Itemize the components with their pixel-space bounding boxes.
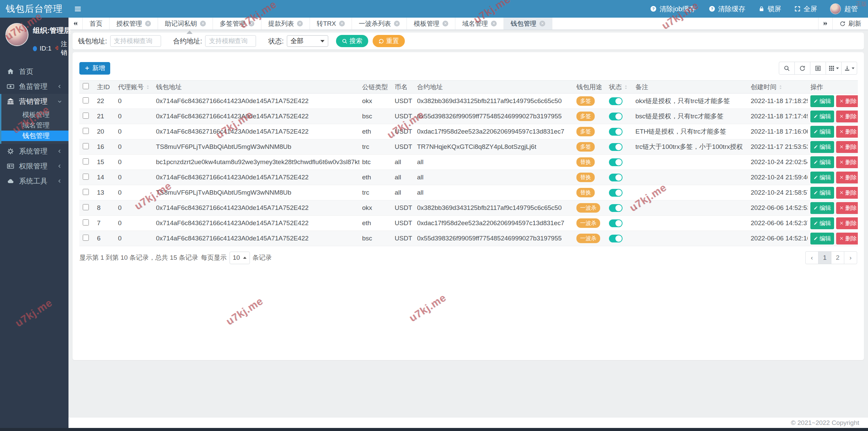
header-action-fullscreen[interactable]: 全屏 [794,4,817,14]
header-action-lock[interactable]: 锁屏 [758,4,781,14]
delete-button[interactable]: 删除 [836,111,858,122]
sidebar-item-鱼苗管理[interactable]: 鱼苗管理 [0,79,68,94]
tab-close-icon[interactable]: × [145,21,151,26]
header-action-question[interactable]: ?清除job缓存 [650,4,696,14]
row-checkbox[interactable] [83,158,89,164]
delete-button[interactable]: 删除 [836,156,858,168]
tab-转TRX[interactable]: 转TRX× [310,18,352,30]
refresh-tab-button[interactable]: 刷新 [832,18,868,30]
column-header-代理账号[interactable]: 代理账号 [115,81,153,94]
tab-授权管理[interactable]: 授权管理× [110,18,158,30]
status-toggle[interactable] [609,219,623,227]
sidebar-subitem-模板管理[interactable]: 模板管理 [1,110,68,120]
header-action-question[interactable]: ?清除缓存 [709,4,745,14]
export-button[interactable] [841,62,857,75]
next-page-button[interactable]: › [844,251,857,264]
add-button[interactable]: 新增 [79,62,110,75]
status-toggle[interactable] [609,158,623,166]
tab-助记词私钥[interactable]: 助记词私钥× [158,18,213,30]
tab-首页[interactable]: 首页 [83,18,110,30]
wallet-address-input[interactable] [110,35,161,47]
tab-close-icon[interactable]: × [297,21,303,26]
status-toggle[interactable] [609,113,623,120]
page-size-select[interactable]: 10 [230,252,250,264]
row-checkbox[interactable] [83,189,89,195]
page-button-2[interactable]: 2 [831,251,844,264]
delete-button[interactable]: 删除 [836,95,858,107]
status-toggle[interactable] [609,143,623,151]
tab-域名管理[interactable]: 域名管理× [455,18,504,30]
delete-button[interactable]: 删除 [836,217,858,229]
column-header-钱包用途[interactable]: 钱包用途 [574,81,606,94]
status-select[interactable]: 全部 [287,35,328,47]
delete-button[interactable]: 删除 [836,141,858,153]
row-checkbox[interactable] [83,143,89,149]
row-checkbox[interactable] [83,204,89,210]
edit-button[interactable]: 编辑 [810,95,834,107]
tab-一波杀列表[interactable]: 一波杀列表× [352,18,407,30]
sidebar-item-系统管理[interactable]: 系统管理 [0,144,68,159]
delete-button[interactable]: 删除 [836,126,858,138]
cell-wallet-usage: 替换 [574,185,606,200]
edit-button[interactable]: 编辑 [810,111,834,122]
edit-button[interactable]: 编辑 [810,156,834,168]
search-button[interactable]: 搜索 [336,35,368,47]
current-user-menu[interactable]: 超管 [830,3,858,14]
status-toggle[interactable] [609,128,623,136]
delete-button[interactable]: 删除 [836,233,858,244]
status-toggle[interactable] [609,97,623,105]
edit-button[interactable]: 编辑 [810,172,834,183]
tab-提款列表[interactable]: 提款列表× [261,18,310,30]
tab-close-icon[interactable]: × [249,21,254,26]
collapse-search-icon[interactable] [186,31,193,34]
tab-close-icon[interactable]: × [491,21,497,26]
edit-button[interactable]: 编辑 [810,141,834,153]
delete-button[interactable]: 删除 [836,187,858,199]
tab-close-icon[interactable]: × [200,21,206,26]
delete-button[interactable]: 删除 [836,202,858,214]
reset-button[interactable]: 重置 [373,35,405,47]
status-toggle[interactable] [609,174,623,181]
sidebar-item-首页[interactable]: 首页 [0,64,68,79]
page-button-1[interactable]: 1 [818,251,831,264]
column-header-状态[interactable]: 状态 [606,81,633,94]
tab-钱包管理[interactable]: 钱包管理× [504,18,552,30]
tabs-scroll-right-button[interactable] [818,18,832,30]
tab-模板管理[interactable]: 模板管理× [407,18,455,30]
sidebar-item-系统工具[interactable]: 系统工具 [0,174,68,189]
logout-button[interactable]: 注销 [54,40,71,57]
row-checkbox[interactable] [83,97,89,103]
status-toggle[interactable] [609,235,623,242]
tab-close-icon[interactable]: × [394,21,400,26]
status-toggle[interactable] [609,189,623,197]
row-checkbox[interactable] [83,235,89,241]
row-checkbox[interactable] [83,128,89,134]
tab-close-icon[interactable]: × [339,21,345,26]
prev-page-button[interactable]: ‹ [805,251,818,264]
sidebar-item-权限管理[interactable]: 权限管理 [0,159,68,174]
toggle-view-button[interactable] [810,62,826,75]
sidebar-subitem-域名管理[interactable]: 域名管理 [1,120,68,131]
select-all-checkbox[interactable] [83,83,89,89]
table-refresh-button[interactable] [794,62,810,75]
sidebar-item-营销管理[interactable]: 营销管理 [1,94,68,109]
status-toggle[interactable] [609,204,623,212]
tab-close-icon[interactable]: × [539,21,545,26]
contract-address-input[interactable] [205,35,256,47]
edit-button[interactable]: 编辑 [810,126,834,138]
row-checkbox[interactable] [83,113,89,119]
tab-多签管理[interactable]: 多签管理× [213,18,261,30]
row-checkbox[interactable] [83,219,89,226]
row-checkbox[interactable] [83,174,89,180]
table-search-button[interactable] [779,62,795,75]
column-header-创建时间[interactable]: 创建时间 [748,81,808,94]
sidebar-toggle-button[interactable] [68,0,87,18]
columns-button[interactable] [826,62,842,75]
edit-button[interactable]: 编辑 [810,202,834,214]
edit-button[interactable]: 编辑 [810,217,834,229]
delete-button[interactable]: 删除 [836,172,858,183]
edit-button[interactable]: 编辑 [810,233,834,244]
tab-close-icon[interactable]: × [442,21,448,26]
sidebar-subitem-钱包管理[interactable]: 钱包管理 [1,131,68,141]
edit-button[interactable]: 编辑 [810,187,834,199]
